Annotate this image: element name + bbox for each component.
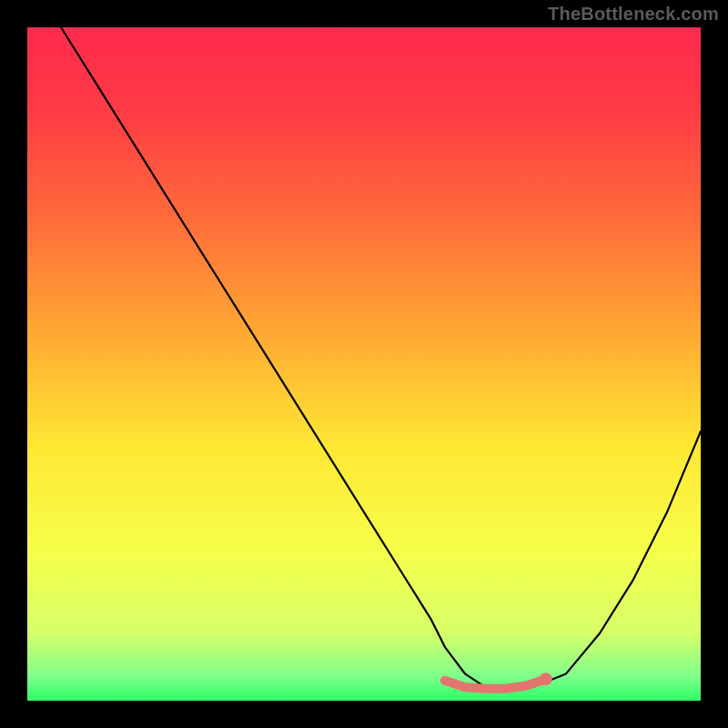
chart-frame: { "watermark": "TheBottleneck.com", "cha… [0, 0, 728, 728]
watermark-text: TheBottleneck.com [548, 4, 719, 25]
bottleneck-chart [0, 0, 728, 728]
optimal-point-marker [540, 672, 552, 685]
chart-background-gradient [27, 27, 701, 701]
